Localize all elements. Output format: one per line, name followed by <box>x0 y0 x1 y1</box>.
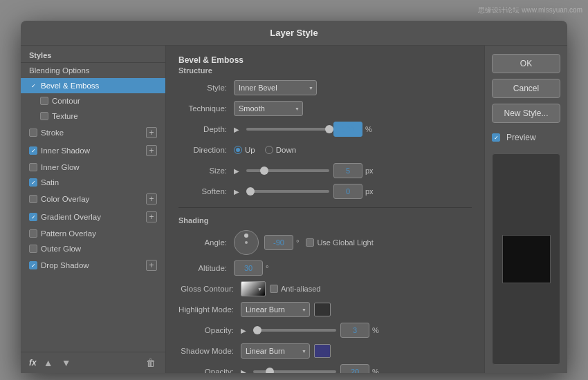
direction-up-label: Up <box>245 146 255 154</box>
color-overlay-plus-button[interactable]: + <box>146 193 157 205</box>
use-global-light-checkbox[interactable] <box>306 238 314 247</box>
outer-glow-checkbox[interactable] <box>29 245 37 253</box>
soften-unit: px <box>365 187 374 196</box>
size-slider-thumb[interactable] <box>260 167 268 175</box>
pattern-overlay-checkbox[interactable] <box>29 229 37 238</box>
use-global-light-label[interactable]: Use Global Light <box>306 238 373 247</box>
inner-glow-label: Inner Glow <box>41 163 80 171</box>
style-select[interactable]: Inner Bevel Outer Bevel Emboss Pillow Em… <box>234 80 317 95</box>
h-opacity-thumb[interactable] <box>253 326 261 334</box>
satin-checkbox[interactable] <box>29 178 37 187</box>
sidebar-item-contour[interactable]: Contour <box>21 93 165 108</box>
shadow-opacity-input[interactable] <box>340 364 369 373</box>
shadow-opacity-slider[interactable] <box>253 370 336 373</box>
sidebar-item-gradient-overlay[interactable]: Gradient Overlay + <box>21 208 165 226</box>
soften-slider-thumb[interactable] <box>246 187 255 196</box>
bevel-emboss-checkbox[interactable] <box>29 82 37 90</box>
preview-label: Preview <box>506 133 536 142</box>
shadow-mode-select[interactable]: Linear Burn Normal Multiply <box>241 343 310 359</box>
altitude-label: Altitude: <box>178 264 234 272</box>
drop-shadow-checkbox[interactable] <box>29 261 37 269</box>
sidebar-item-stroke[interactable]: Stroke + <box>21 124 165 142</box>
gloss-contour-label: Gloss Contour: <box>178 285 241 293</box>
sidebar-item-texture[interactable]: Texture <box>21 108 165 124</box>
depth-slider-thumb[interactable] <box>325 125 333 133</box>
size-slider-track[interactable] <box>246 169 329 172</box>
sidebar-item-pattern-overlay[interactable]: Pattern Overlay <box>21 226 165 241</box>
delete-button[interactable]: 🗑 <box>145 357 157 369</box>
angle-row: Angle: ° Use Global Light <box>178 230 472 255</box>
preview-label-row: Preview <box>492 133 560 142</box>
direction-label: Direction: <box>178 146 234 154</box>
altitude-input[interactable] <box>234 260 263 276</box>
angle-input[interactable] <box>264 235 293 250</box>
sidebar-item-blending-options[interactable]: Blending Options <box>21 63 165 78</box>
depth-slider-track[interactable] <box>246 128 329 131</box>
highlight-opacity-label: Opacity: <box>178 326 241 334</box>
sidebar-item-satin[interactable]: Satin <box>21 175 165 190</box>
soften-slider-icon: ▶ <box>234 188 239 196</box>
highlight-opacity-slider[interactable] <box>253 329 336 332</box>
inner-glow-checkbox[interactable] <box>29 163 37 171</box>
bevel-emboss-label: Bevel & Emboss <box>41 82 99 90</box>
highlight-opacity-input[interactable] <box>340 323 369 338</box>
shadow-color-swatch[interactable] <box>314 344 331 358</box>
texture-checkbox[interactable] <box>40 112 48 120</box>
color-overlay-label: Color Overlay <box>41 195 89 203</box>
sidebar-item-color-overlay[interactable]: Color Overlay + <box>21 190 165 208</box>
s-opacity-icon: ▶ <box>241 368 246 374</box>
soften-input[interactable] <box>333 184 362 199</box>
stroke-plus-button[interactable]: + <box>146 127 157 138</box>
move-up-button[interactable]: ▲ <box>42 357 55 369</box>
s-opacity-thumb[interactable] <box>266 368 274 373</box>
contour-checkbox[interactable] <box>40 97 48 105</box>
shadow-mode-wrapper: Linear Burn Normal Multiply <box>241 343 310 359</box>
stroke-checkbox[interactable] <box>29 129 37 137</box>
anti-aliased-label[interactable]: Anti-aliased <box>270 285 320 293</box>
preview-checkbox[interactable] <box>492 133 500 142</box>
fx-button[interactable]: fx <box>29 358 37 368</box>
angle-wheel[interactable] <box>234 230 259 255</box>
h-opacity-icon: ▶ <box>241 327 246 334</box>
new-style-button[interactable]: New Style... <box>492 104 560 123</box>
size-row: Size: ▶ px <box>178 163 472 178</box>
color-overlay-checkbox[interactable] <box>29 195 37 203</box>
blending-options-label: Blending Options <box>29 66 90 75</box>
move-down-button[interactable]: ▼ <box>60 357 73 369</box>
right-panel: OK Cancel New Style... Preview <box>484 46 567 373</box>
direction-row: Direction: Up Down <box>178 142 472 158</box>
inner-shadow-checkbox[interactable] <box>29 146 37 155</box>
gloss-contour-preview[interactable] <box>241 281 266 296</box>
depth-row: Depth: ▶ 100 % <box>178 122 472 137</box>
depth-input[interactable]: 100 <box>333 122 362 137</box>
highlight-color-swatch[interactable] <box>314 303 331 316</box>
gloss-contour-wrapper <box>241 281 266 296</box>
technique-select[interactable]: Smooth Chisel Hard Chisel Soft <box>234 101 303 116</box>
gradient-overlay-plus-button[interactable]: + <box>146 211 157 222</box>
inner-shadow-label: Inner Shadow <box>41 146 90 155</box>
drop-shadow-plus-button[interactable]: + <box>146 260 157 271</box>
angle-label: Angle: <box>178 238 234 247</box>
altitude-degree-label: ° <box>266 264 268 272</box>
size-input[interactable] <box>333 163 362 178</box>
inner-shadow-plus-button[interactable]: + <box>146 145 157 156</box>
soften-slider-track[interactable] <box>246 190 329 193</box>
sidebar-item-bevel-emboss[interactable]: Bevel & Emboss <box>21 78 165 93</box>
sidebar-item-drop-shadow[interactable]: Drop Shadow + <box>21 256 165 274</box>
direction-down-radio[interactable] <box>265 146 273 154</box>
ok-button[interactable]: OK <box>492 54 560 73</box>
layer-style-dialog: Layer Style Styles Blending Options Beve… <box>21 21 567 373</box>
direction-up-option[interactable]: Up <box>234 146 255 154</box>
highlight-mode-select[interactable]: Linear Burn Normal Multiply <box>241 302 310 317</box>
size-unit: px <box>365 167 374 175</box>
sidebar-item-outer-glow[interactable]: Outer Glow <box>21 241 165 256</box>
direction-up-radio[interactable] <box>234 146 242 154</box>
gradient-overlay-checkbox[interactable] <box>29 213 37 221</box>
direction-down-option[interactable]: Down <box>265 146 296 154</box>
highlight-opacity-row: Opacity: ▶ % <box>178 323 472 338</box>
anti-aliased-checkbox[interactable] <box>270 285 278 293</box>
cancel-button[interactable]: Cancel <box>492 79 560 98</box>
sidebar-item-inner-shadow[interactable]: Inner Shadow + <box>21 142 165 160</box>
stroke-label: Stroke <box>41 129 64 137</box>
sidebar-item-inner-glow[interactable]: Inner Glow <box>21 160 165 175</box>
